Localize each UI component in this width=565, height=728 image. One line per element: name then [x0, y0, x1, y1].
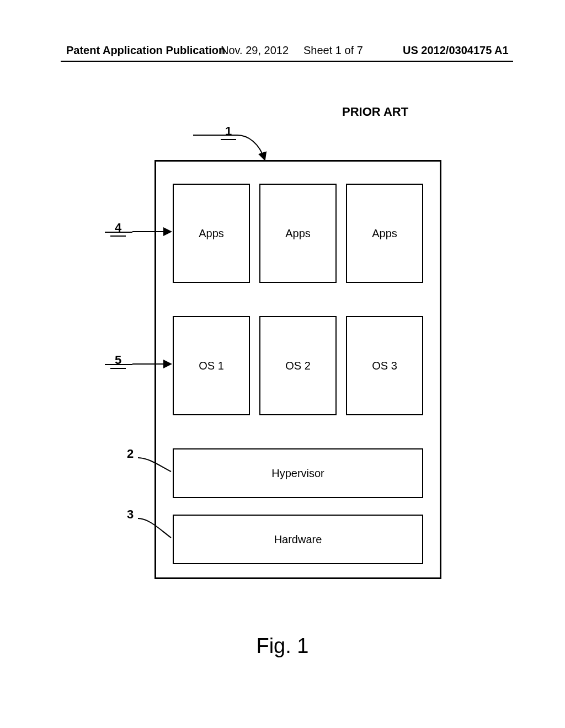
ref-2: 2	[127, 447, 134, 461]
os-box-3: OS 3	[346, 316, 423, 415]
leader-5-stub	[105, 364, 132, 365]
ref-1: 1	[221, 124, 236, 138]
os-box-2: OS 2	[259, 316, 337, 415]
os-row: OS 1 OS 2 OS 3	[173, 316, 423, 415]
patent-page: Patent Application Publication Nov. 29, …	[0, 0, 565, 728]
computer-box: Apps Apps Apps OS 1 OS 2 OS 3 Hypervisor…	[154, 160, 441, 579]
leader-4-stub	[105, 232, 132, 233]
ref-4: 4	[110, 221, 126, 235]
pub-date: Nov. 29, 2012	[221, 44, 289, 57]
apps-box-3: Apps	[346, 184, 423, 283]
apps-box-2: Apps	[259, 184, 337, 283]
ref-3: 3	[127, 507, 134, 522]
figure-caption: Fig. 1	[0, 634, 565, 658]
os-box-1: OS 1	[173, 316, 250, 415]
apps-box-1: Apps	[173, 184, 250, 283]
pub-number: US 2012/0304175 A1	[403, 44, 509, 57]
hypervisor-box: Hypervisor	[173, 448, 423, 498]
sheet-number: Sheet 1 of 7	[303, 44, 363, 57]
apps-row: Apps Apps Apps	[173, 184, 423, 283]
ref-5: 5	[110, 353, 126, 367]
hardware-box: Hardware	[173, 515, 423, 564]
header-rule	[61, 61, 513, 62]
pub-type: Patent Application Publication	[66, 44, 225, 57]
prior-art-label: PRIOR ART	[342, 105, 408, 119]
